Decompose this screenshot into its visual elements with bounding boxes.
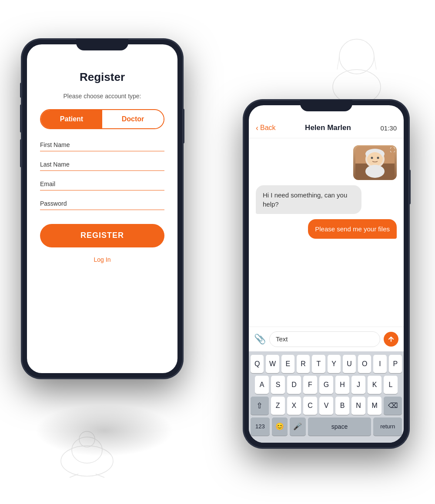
svg-point-0 <box>61 446 113 476</box>
key-x[interactable]: X <box>287 397 301 415</box>
key-shift[interactable]: ⇧ <box>251 397 269 415</box>
key-k[interactable]: K <box>368 376 381 394</box>
keyboard: Q W E R T Y U O I P A S <box>249 351 404 443</box>
register-phone: Register Please choose account type: Pat… <box>22 39 183 378</box>
attachment-icon[interactable]: 📎 <box>254 334 266 345</box>
first-name-label: First Name <box>40 141 164 148</box>
svg-point-5 <box>339 39 374 74</box>
last-name-underline <box>40 170 164 171</box>
key-d[interactable]: D <box>287 376 301 394</box>
chat-power-btn <box>409 170 411 204</box>
password-label: Password <box>40 200 164 207</box>
register-screen: Register Please choose account type: Pat… <box>27 44 177 373</box>
register-button[interactable]: REGISTER <box>40 224 164 247</box>
patient-btn[interactable]: Patient <box>41 110 102 128</box>
video-thumbnail[interactable]: ⛶ <box>353 145 397 180</box>
key-m[interactable]: M <box>368 397 381 415</box>
key-space[interactable]: space <box>308 417 371 436</box>
phone-notch-register <box>76 39 128 50</box>
key-delete[interactable]: ⌫ <box>384 397 402 415</box>
power-btn <box>183 109 184 144</box>
back-arrow-icon: ‹ <box>256 123 258 133</box>
chat-body: ⛶ Hi I need something, can you help? Ple… <box>249 138 404 327</box>
login-link[interactable]: Log In <box>94 256 111 263</box>
key-y[interactable]: Y <box>328 355 341 373</box>
key-j[interactable]: J <box>351 376 365 394</box>
chat-time: 01:30 <box>380 124 397 132</box>
chat-phone: ‹ Back Helen Marlen 01:30 <box>244 100 409 448</box>
key-s[interactable]: S <box>271 376 285 394</box>
register-title: Register <box>80 70 125 84</box>
contact-name: Helen Marlen <box>305 123 351 132</box>
key-i[interactable]: I <box>373 355 386 373</box>
key-v[interactable]: V <box>319 397 333 415</box>
key-mic[interactable]: 🎤 <box>290 417 305 436</box>
key-emoji[interactable]: 😊 <box>272 417 288 436</box>
keyboard-row-bottom: 123 😊 🎤 space return <box>251 417 402 436</box>
key-e[interactable]: E <box>281 355 294 373</box>
expand-icon: ⛶ <box>390 147 395 153</box>
key-t[interactable]: T <box>312 355 325 373</box>
account-type-toggle: Patient Doctor <box>40 109 164 129</box>
svg-point-16 <box>365 165 385 178</box>
register-subtitle: Please choose account type: <box>63 93 141 100</box>
first-name-underline <box>40 151 164 151</box>
volume-up-btn <box>20 104 22 133</box>
svg-line-8 <box>374 57 376 70</box>
scene: Register Please choose account type: Pat… <box>9 13 426 491</box>
key-n[interactable]: N <box>351 397 365 415</box>
last-name-field: Last Name <box>40 161 164 171</box>
svg-point-6 <box>333 70 381 104</box>
key-numbers[interactable]: 123 <box>251 417 270 436</box>
key-w[interactable]: W <box>266 355 279 373</box>
key-q[interactable]: Q <box>251 355 264 373</box>
phone-notch-chat <box>300 100 352 111</box>
email-label: Email <box>40 180 164 187</box>
email-field: Email <box>40 180 164 190</box>
password-field: Password <box>40 200 164 210</box>
doctor-btn[interactable]: Doctor <box>102 110 164 128</box>
email-underline <box>40 190 164 190</box>
key-r[interactable]: R <box>297 355 310 373</box>
svg-point-15 <box>377 157 379 159</box>
send-icon <box>388 336 394 342</box>
key-b[interactable]: B <box>335 397 349 415</box>
sketch-decoration-right <box>313 30 400 109</box>
keyboard-row-2: A S D F G H J K L <box>251 376 402 394</box>
received-message: Hi I need something, can you help? <box>256 185 361 214</box>
key-p[interactable]: P <box>389 355 402 373</box>
key-a[interactable]: A <box>255 376 269 394</box>
svg-line-7 <box>337 57 339 70</box>
chat-screen: ‹ Back Helen Marlen 01:30 <box>249 105 404 443</box>
first-name-field: First Name <box>40 141 164 151</box>
svg-point-1 <box>72 437 102 463</box>
key-g[interactable]: G <box>319 376 333 394</box>
person-illustration <box>355 146 395 179</box>
key-o[interactable]: O <box>358 355 371 373</box>
back-label: Back <box>260 124 276 132</box>
send-button[interactable] <box>384 332 398 347</box>
key-h[interactable]: H <box>335 376 349 394</box>
chat-text-input[interactable] <box>269 331 380 347</box>
key-return[interactable]: return <box>373 417 402 436</box>
key-l[interactable]: L <box>384 376 398 394</box>
volume-down-btn <box>20 139 22 167</box>
key-c[interactable]: C <box>303 397 317 415</box>
volume-silent-btn <box>20 83 22 98</box>
keyboard-row-1: Q W E R T Y U O I P <box>251 355 402 373</box>
svg-point-13 <box>367 152 383 166</box>
svg-point-14 <box>371 157 373 159</box>
key-u[interactable]: U <box>343 355 356 373</box>
password-underline <box>40 210 164 210</box>
svg-point-2 <box>79 431 95 447</box>
key-z[interactable]: Z <box>271 397 285 415</box>
keyboard-row-3: ⇧ Z X C V B N M ⌫ <box>251 397 402 415</box>
sketch-decoration-left <box>52 426 122 478</box>
back-button[interactable]: ‹ Back <box>256 123 276 133</box>
last-name-label: Last Name <box>40 161 164 168</box>
sent-message: Please send me your files <box>308 219 397 239</box>
key-f[interactable]: F <box>303 376 317 394</box>
chat-input-row: 📎 <box>249 327 404 351</box>
